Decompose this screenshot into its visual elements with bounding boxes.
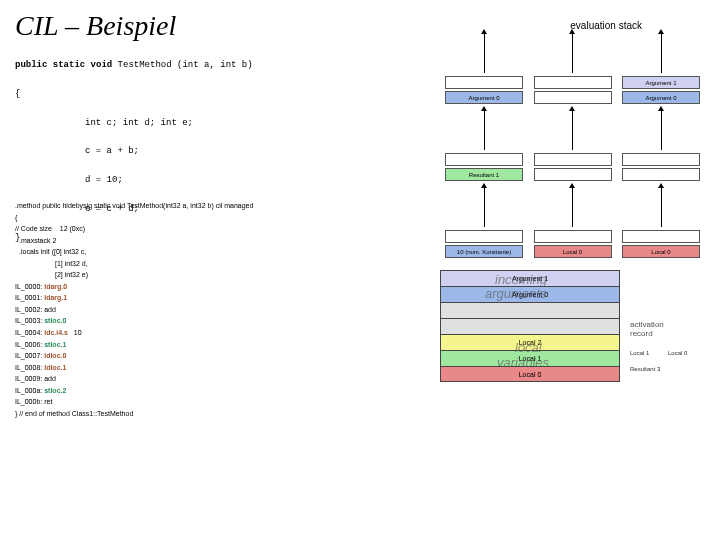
kv-local0: Local 0 — [668, 350, 687, 356]
kv-res3: Resultant 3 — [630, 366, 660, 372]
op3: stloc.0 — [44, 317, 66, 324]
rec-cell: Local 0 — [440, 366, 620, 382]
activation-record: activation record Argument 1 Argument 0 … — [440, 270, 700, 382]
locals2: [2] int32 e) — [55, 269, 253, 281]
il4: IL_0004: — [15, 329, 42, 336]
stack-cell — [622, 153, 700, 166]
cil-end: } // end of method Class1::TestMethod — [15, 408, 253, 420]
stack-cell: Argument 0 — [622, 91, 700, 104]
cil-open: { — [15, 212, 253, 224]
il7: IL_0007: — [15, 352, 42, 359]
stack-cell — [534, 168, 612, 181]
opb: ret — [44, 398, 52, 405]
op4: ldc.i4.s — [44, 329, 68, 336]
stack-cell — [622, 230, 700, 243]
op0: ldarg.0 — [44, 283, 67, 290]
rec-cell: Local 2 — [440, 334, 620, 350]
assign-d: d = 10; — [85, 173, 253, 187]
il8: IL_0008: — [15, 364, 42, 371]
arrow-up-icon — [484, 187, 485, 227]
stack-cell: Argument 1 — [622, 76, 700, 89]
stack-cell: Local 0 — [622, 245, 700, 258]
op6: stloc.1 — [44, 341, 66, 348]
arrow-up-icon — [572, 187, 573, 227]
stack-cell: Argument 0 — [445, 91, 523, 104]
il6: IL_0006: — [15, 341, 42, 348]
rec-cell — [440, 318, 620, 334]
sig: TestMethod (int a, int b) — [112, 60, 252, 70]
stack-cell — [534, 230, 612, 243]
op1: ldarg.1 — [44, 294, 67, 301]
cil-code: .method public hidebysig static void Tes… — [15, 200, 253, 419]
eval-stack-diagram: Argument 1 Argument 0 Argument 0 Resulta… — [445, 33, 700, 260]
ila: IL_000a: — [15, 387, 42, 394]
rec-cell — [440, 302, 620, 318]
rec-cell: Argument 0 — [440, 286, 620, 302]
stack-cell — [622, 168, 700, 181]
arrow-up-icon — [661, 33, 662, 73]
il1: IL_0001: — [15, 294, 42, 301]
codesize-l: // Code size — [15, 225, 52, 232]
maxstack: .maxstack 2 — [19, 235, 253, 247]
stack-cell — [534, 153, 612, 166]
cil-head: .method public hidebysig static void Tes… — [15, 200, 253, 212]
il9: IL_0009: — [15, 375, 42, 382]
locals0: .locals init ([0] int32 c, — [19, 246, 253, 258]
stack-cell — [534, 76, 612, 89]
arrow-up-icon — [572, 110, 573, 150]
record-stack: Argument 1 Argument 0 Local 2 Local 1 Lo… — [440, 270, 620, 382]
op7: ldloc.0 — [44, 352, 66, 359]
stack-cell — [445, 76, 523, 89]
stack-cell — [445, 230, 523, 243]
kv-local1: Local 1 — [630, 350, 649, 356]
arrow-up-icon — [661, 110, 662, 150]
stack-cell: Resultant 1 — [445, 168, 523, 181]
brace-open: { — [15, 87, 253, 101]
arrow-up-icon — [661, 187, 662, 227]
stack-cell: 10 (num. Konstante) — [445, 245, 523, 258]
op9: add — [44, 375, 56, 382]
locals1: [1] int32 d, — [55, 258, 253, 270]
kw: public static void — [15, 60, 112, 70]
op8: ldloc.1 — [44, 364, 66, 371]
arrow-up-icon — [572, 33, 573, 73]
opa: stloc.2 — [44, 387, 66, 394]
arrow-up-icon — [484, 33, 485, 73]
stack-cell: Local 0 — [534, 245, 612, 258]
ilb: IL_000b: — [15, 398, 42, 405]
act-record-label: activation record — [630, 320, 664, 338]
codesize-v: 12 (0xc) — [60, 225, 85, 232]
eval-stack-label: evaluation stack — [570, 20, 642, 31]
assign-c: c = a + b; — [85, 144, 253, 158]
slide-title: CIL – Beispiel — [15, 10, 176, 42]
stack-cell — [534, 91, 612, 104]
op2: add — [44, 306, 56, 313]
rec-cell: Local 1 — [440, 350, 620, 366]
stack-cell — [445, 153, 523, 166]
il2: IL_0002: — [15, 306, 42, 313]
il3: IL_0003: — [15, 317, 42, 324]
il0: IL_0000: — [15, 283, 42, 290]
arrow-up-icon — [484, 110, 485, 150]
rec-cell: Argument 1 — [440, 270, 620, 286]
v4: 10 — [74, 329, 82, 336]
decl: int c; int d; int e; — [85, 116, 253, 130]
